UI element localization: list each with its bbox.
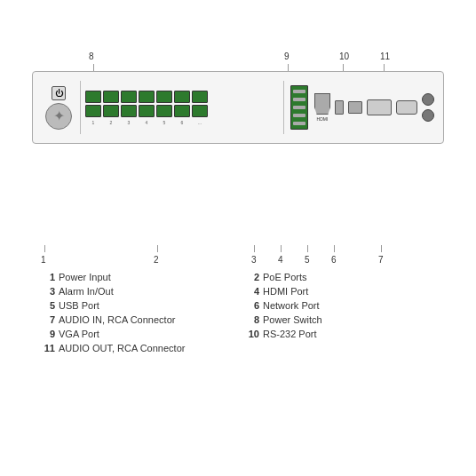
poe-port [85, 105, 101, 117]
network-wrapper [348, 101, 362, 114]
sep1 [80, 81, 81, 134]
rs232-wrapper [396, 100, 417, 115]
legend-text-2: PoE Ports [263, 272, 307, 282]
legend-item-1: 1 Power Input [43, 272, 229, 282]
legend-text-6: Network Port [263, 300, 320, 311]
tick-below-1 [44, 245, 45, 252]
legend-num-5: 5 [43, 300, 55, 311]
power-socket: ⏻ [52, 86, 66, 100]
fan-icon: ✦ [45, 103, 72, 130]
legend-item-2: 2 PoE Ports [247, 272, 433, 282]
tick-9 [288, 64, 289, 71]
legend-item-7: 7 AUDIO IN, RCA Connector [43, 314, 229, 325]
legend-text-9: VGA Port [59, 329, 99, 339]
legend-text-8: Power Switch [263, 314, 322, 325]
poe-port [156, 105, 172, 117]
terminal-screw [293, 98, 305, 101]
device-box: ⏻ ✦ [32, 71, 444, 144]
poe-port [103, 105, 119, 117]
label-above-11: 11 [380, 52, 390, 61]
vga-port [367, 99, 392, 115]
tick-8 [93, 64, 94, 71]
legend-item-3: 3 Alarm In/Out [43, 286, 229, 297]
legend-text-10: RS-232 Port [263, 329, 317, 339]
power-fan-section: ⏻ ✦ [42, 86, 75, 130]
label-below-7: 7 [378, 255, 384, 265]
legend-num-9: 9 [43, 329, 55, 339]
poe-port [85, 91, 101, 103]
main-container: 8 9 10 11 ⏻ ✦ [16, 16, 460, 460]
tick-10 [343, 64, 344, 71]
poe-port [103, 91, 119, 103]
legend-num-7: 7 [43, 314, 55, 325]
legend-num-11: 11 [43, 343, 55, 353]
legend-text-11: AUDIO OUT, RCA Connector [59, 343, 185, 353]
poe-port [174, 91, 190, 103]
hdmi-label: HDMI [317, 116, 329, 122]
tick-below-7 [381, 245, 382, 252]
rs232-port [396, 100, 417, 115]
legend-text-3: Alarm In/Out [59, 286, 114, 297]
legend-num-3: 3 [43, 286, 55, 297]
legend-text-5: USB Port [59, 300, 99, 311]
legend-item-5: 5 USB Port [43, 300, 229, 311]
rca-out-port [422, 93, 434, 106]
legend-item-11: 11 AUDIO OUT, RCA Connector [43, 343, 229, 353]
terminal-screw [293, 122, 305, 125]
poe-row-bottom [85, 105, 279, 117]
tick-below-4 [281, 245, 282, 252]
label-below-5: 5 [305, 255, 310, 265]
terminal-screw [293, 90, 305, 93]
poe-port [174, 105, 190, 117]
vga-wrapper [367, 99, 392, 115]
network-port [348, 101, 362, 114]
label-below-4: 4 [278, 255, 283, 265]
label-below-1: 1 [41, 255, 46, 265]
poe-port [156, 91, 172, 103]
label-below-3: 3 [251, 255, 257, 265]
poe-port [139, 91, 155, 103]
terminal-screw [293, 106, 305, 109]
usb-wrapper [335, 100, 344, 115]
legend-text-1: Power Input [59, 272, 111, 282]
poe-row-numbers: 1 2 3 4 5 6 ... [85, 120, 279, 125]
tick-below-5 [307, 245, 308, 252]
poe-port [139, 105, 155, 117]
poe-port [121, 91, 137, 103]
tick-below-3 [254, 245, 255, 252]
hdmi-port [314, 93, 330, 115]
legend-num-8: 8 [247, 314, 259, 325]
legend-num-6: 6 [247, 300, 259, 311]
poe-section: 1 2 3 4 5 6 ... [85, 91, 279, 125]
legend: 1 Power Input 2 PoE Ports 3 Alarm In/Out… [34, 272, 442, 353]
legend-text-7: AUDIO IN, RCA Connector [59, 314, 175, 325]
terminal-screw [293, 114, 305, 117]
rca-in-port [422, 109, 434, 122]
legend-item-10: 10 RS-232 Port [247, 329, 433, 339]
legend-item-6: 6 Network Port [247, 300, 433, 311]
legend-text-4: HDMI Port [263, 286, 308, 297]
label-above-9: 9 [284, 52, 290, 61]
poe-port [192, 105, 208, 117]
device-diagram: 8 9 10 11 ⏻ ✦ [25, 52, 451, 265]
legend-item-4: 4 HDMI Port [247, 286, 433, 297]
tick-below-6 [334, 245, 335, 252]
rca-power-wrapper [422, 93, 434, 122]
legend-item-8: 8 Power Switch [247, 314, 433, 325]
usb-port [335, 100, 344, 115]
alarm-section [289, 85, 310, 130]
poe-port [121, 105, 137, 117]
tick-below-2 [157, 245, 158, 252]
label-below-2: 2 [154, 255, 159, 265]
legend-num-2: 2 [247, 272, 259, 282]
legend-num-10: 10 [247, 329, 259, 339]
hdmi-wrapper: HDMI [314, 93, 330, 122]
terminal-block [290, 85, 308, 130]
sep2 [283, 81, 284, 134]
label-above-8: 8 [89, 52, 94, 61]
legend-num-1: 1 [43, 272, 55, 282]
poe-row-top [85, 91, 279, 103]
label-below-6: 6 [331, 255, 337, 265]
tick-11 [384, 64, 385, 71]
poe-port [192, 91, 208, 103]
